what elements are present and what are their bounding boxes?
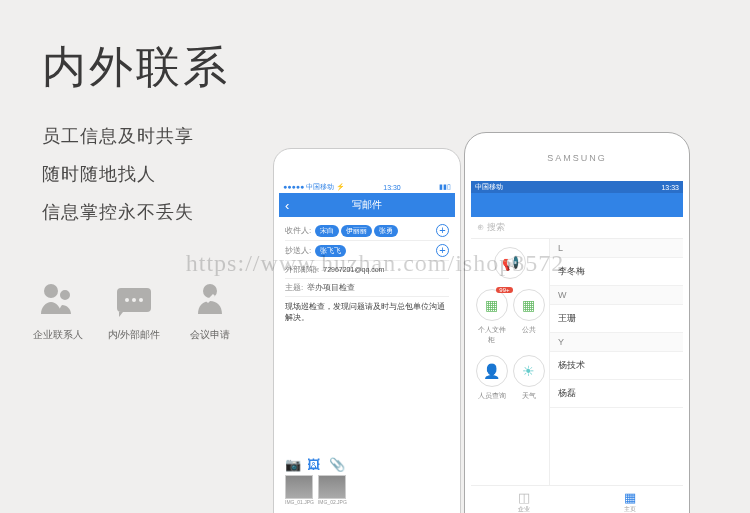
feature-label: 企业联系人 bbox=[28, 328, 88, 342]
feature-contacts[interactable]: 企业联系人 bbox=[28, 280, 88, 342]
iphone-mockup: ●●●●● 中国移动 ⚡13:30▮▮▯ ‹ 写邮件 收件人: 宋白 伊丽丽 张… bbox=[273, 148, 461, 513]
android-header bbox=[471, 193, 683, 217]
bottom-nav: ◫企业 ▦主页 bbox=[471, 485, 683, 513]
svg-point-2 bbox=[132, 298, 136, 302]
ios-status-bar: ●●●●● 中国移动 ⚡13:30▮▮▯ bbox=[279, 181, 455, 193]
contact-item[interactable]: 杨技术 bbox=[550, 352, 683, 380]
attachment-thumb[interactable]: IMG_01.JPG bbox=[285, 475, 314, 505]
contact-item[interactable]: 李冬梅 bbox=[550, 258, 683, 286]
app-public[interactable]: ▦ bbox=[513, 289, 545, 321]
contact-section-header: Y bbox=[550, 333, 683, 352]
mail-body[interactable]: 现场巡检查，发现问题请及时与总包单位沟通解决。 bbox=[285, 297, 449, 327]
contact-item[interactable]: 杨磊 bbox=[550, 380, 683, 408]
android-screen: 中国移动13:33 ⊕ 搜索 📢 ▦99+ 个人文件柜 ▦ 公共 bbox=[471, 181, 683, 513]
feature-meeting[interactable]: 会议申请 bbox=[180, 280, 240, 342]
feature-label: 内/外部邮件 bbox=[104, 328, 164, 342]
camera-icon[interactable]: 📷 bbox=[285, 457, 301, 471]
ios-nav-bar: ‹ 写邮件 bbox=[279, 193, 455, 217]
image-icon[interactable]: 🖼 bbox=[307, 457, 323, 471]
recipient-chip[interactable]: 伊丽丽 bbox=[341, 225, 372, 237]
subtitle-1: 员工信息及时共享 bbox=[42, 124, 194, 148]
ios-screen: ●●●●● 中国移动 ⚡13:30▮▮▯ ‹ 写邮件 收件人: 宋白 伊丽丽 张… bbox=[279, 181, 455, 511]
recipient-chip[interactable]: 宋白 bbox=[315, 225, 339, 237]
meeting-icon bbox=[189, 280, 231, 318]
compose-toolbar: 📷 🖼 📎 bbox=[285, 457, 345, 471]
add-cc-button[interactable]: + bbox=[436, 244, 449, 257]
feature-label: 会议申请 bbox=[180, 328, 240, 342]
add-recipient-button[interactable]: + bbox=[436, 224, 449, 237]
mail-icon bbox=[113, 280, 155, 318]
contact-section-header: W bbox=[550, 286, 683, 305]
feature-mail[interactable]: 内/外部邮件 bbox=[104, 280, 164, 342]
contacts-icon bbox=[37, 280, 79, 318]
attachments-row: IMG_01.JPG IMG_02.JPG bbox=[285, 475, 347, 505]
subtitle-3: 信息掌控永不丢失 bbox=[42, 200, 194, 224]
contact-item[interactable]: 王珊 bbox=[550, 305, 683, 333]
app-weather[interactable]: ☀ bbox=[513, 355, 545, 387]
feature-icon-row: 企业联系人 内/外部邮件 会议申请 bbox=[28, 280, 240, 342]
page-title: 内外联系 bbox=[42, 38, 230, 97]
nav-home[interactable]: ▦主页 bbox=[577, 486, 683, 513]
app-announce[interactable]: 📢 bbox=[494, 247, 526, 279]
contact-section-header: L bbox=[550, 239, 683, 258]
ios-nav-title: 写邮件 bbox=[352, 198, 382, 212]
cc-row[interactable]: 抄送人: 张飞飞 + bbox=[285, 241, 449, 261]
samsung-mockup: SAMSUNG 中国移动13:33 ⊕ 搜索 📢 ▦99+ 个人文件柜 ▦ 公共 bbox=[464, 132, 690, 513]
app-grid: 📢 ▦99+ 个人文件柜 ▦ 公共 👤 人员查询 bbox=[471, 239, 549, 513]
nav-enterprise[interactable]: ◫企业 bbox=[471, 486, 577, 513]
recipient-chip[interactable]: 张勇 bbox=[374, 225, 398, 237]
svg-point-3 bbox=[139, 298, 143, 302]
svg-point-1 bbox=[125, 298, 129, 302]
samsung-logo: SAMSUNG bbox=[465, 153, 689, 163]
contact-list: L 李冬梅 W 王珊 Y 杨技术 杨磊 bbox=[549, 239, 683, 513]
search-bar[interactable]: ⊕ 搜索 bbox=[471, 217, 683, 239]
app-files[interactable]: ▦99+ bbox=[476, 289, 508, 321]
external-mail-row[interactable]: 外部邮箱: 72967201@qq.com bbox=[285, 261, 449, 279]
cc-chip[interactable]: 张飞飞 bbox=[315, 245, 346, 257]
recipients-row[interactable]: 收件人: 宋白 伊丽丽 张勇 + bbox=[285, 221, 449, 241]
android-status-bar: 中国移动13:33 bbox=[471, 181, 683, 193]
subtitle-2: 随时随地找人 bbox=[42, 162, 156, 186]
badge: 99+ bbox=[496, 287, 512, 293]
app-people[interactable]: 👤 bbox=[476, 355, 508, 387]
attachment-icon[interactable]: 📎 bbox=[329, 457, 345, 471]
attachment-thumb[interactable]: IMG_02.JPG bbox=[318, 475, 347, 505]
subject-row[interactable]: 主题: 举办项目检查 bbox=[285, 279, 449, 297]
back-icon[interactable]: ‹ bbox=[285, 198, 289, 213]
